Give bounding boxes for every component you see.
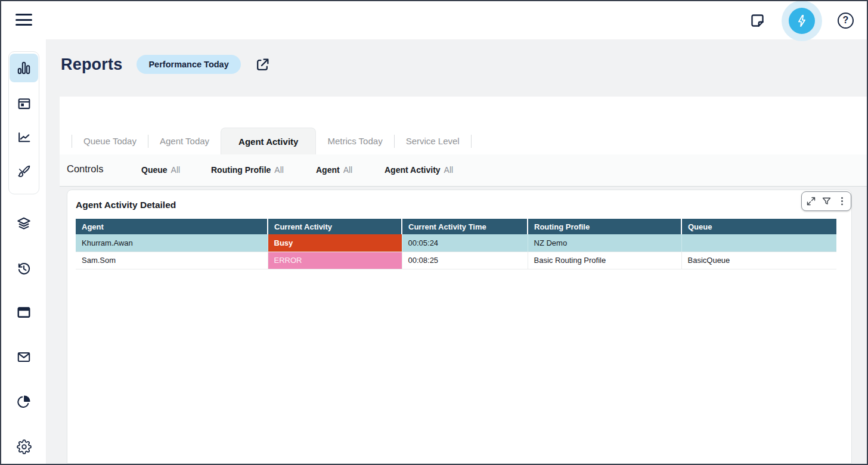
app-window: ? [0, 0, 868, 465]
filter-value: All [171, 165, 181, 175]
cell-agent: Khurram.Awan [76, 234, 268, 252]
filter-agent[interactable]: AgentAll [316, 165, 352, 175]
note-icon[interactable] [748, 11, 766, 29]
history-icon [16, 261, 32, 276]
tab-divider [471, 135, 472, 148]
cell-queue: BasicQueue [681, 252, 836, 269]
kebab-menu-icon[interactable] [835, 195, 848, 208]
filter-name: Agent Activity [385, 165, 441, 175]
sidebar-item-trends[interactable] [10, 123, 38, 151]
cell-queue [681, 234, 836, 252]
gear-icon [17, 439, 32, 454]
hamburger-menu-icon[interactable] [16, 14, 32, 27]
cell-current-activity: Busy [268, 234, 402, 252]
col-agent[interactable]: Agent [76, 219, 268, 234]
tab-agent-today[interactable]: Agent Today [148, 128, 221, 154]
page-title: Reports [61, 55, 122, 74]
bar-chart-icon [16, 60, 32, 76]
expand-icon[interactable] [804, 195, 817, 208]
table-row[interactable]: Sam.Som ERROR 00:08:25 Basic Routing Pro… [76, 252, 836, 269]
topbar-actions: ? [748, 1, 854, 39]
browser-window-icon [16, 305, 32, 320]
sidebar-item-design[interactable] [10, 157, 38, 185]
sidebar-item-reports[interactable] [10, 54, 38, 82]
controls-bar: Controls QueueAll Routing ProfileAll Age… [60, 154, 867, 187]
filter-funnel-icon[interactable] [820, 195, 833, 208]
table-row[interactable]: Khurram.Awan Busy 00:05:24 NZ Demo [76, 234, 836, 252]
sidebar-item-mail[interactable] [10, 343, 38, 371]
lightning-button[interactable] [789, 8, 815, 34]
col-current-activity-time[interactable]: Current Activity Time [402, 219, 528, 234]
tab-metrics-today[interactable]: Metrics Today [316, 128, 393, 154]
cell-agent: Sam.Som [76, 252, 268, 269]
cell-activity-time: 00:08:25 [402, 252, 528, 269]
filter-name: Queue [141, 165, 168, 175]
filter-name: Routing Profile [211, 165, 271, 175]
help-icon[interactable]: ? [838, 13, 854, 29]
sidebar-item-layers[interactable] [10, 209, 38, 238]
sidebar-item-history[interactable] [10, 254, 38, 283]
controls-label: Controls [67, 163, 103, 175]
sidebar-item-window[interactable] [10, 298, 38, 327]
paintbrush-icon [17, 164, 32, 179]
filter-name: Agent [316, 165, 340, 175]
sidebar [1, 39, 46, 464]
calendar-icon [17, 96, 32, 111]
tab-strip-container: Queue Today Agent Today Agent Activity M… [60, 97, 867, 154]
col-current-activity[interactable]: Current Activity [268, 219, 402, 234]
table-header-row: Agent Current Activity Current Activity … [76, 219, 836, 234]
sidebar-item-settings[interactable] [10, 432, 38, 461]
agent-activity-table: Agent Current Activity Current Activity … [76, 219, 836, 269]
col-routing-profile[interactable]: Routing Profile [528, 219, 681, 234]
tab-agent-activity[interactable]: Agent Activity [221, 128, 316, 154]
external-link-icon[interactable] [255, 57, 270, 72]
filter-agent-activity[interactable]: Agent ActivityAll [385, 165, 453, 175]
filter-value: All [274, 165, 284, 175]
cell-activity-time: 00:05:24 [402, 234, 528, 252]
filter-value: All [343, 165, 353, 175]
filter-routing-profile[interactable]: Routing ProfileAll [211, 165, 284, 175]
page-header: Reports Performance Today [61, 55, 270, 74]
cell-current-activity: ERROR [268, 252, 402, 269]
cell-routing-profile: Basic Routing Profile [528, 252, 681, 269]
main-content: Reports Performance Today Queue Today Ag… [46, 39, 867, 464]
line-chart-icon [17, 130, 32, 145]
top-bar: ? [1, 1, 867, 39]
cell-routing-profile: NZ Demo [528, 234, 681, 252]
sidebar-item-pie-reports[interactable] [10, 388, 38, 416]
tab-strip: Queue Today Agent Today Agent Activity M… [72, 128, 472, 154]
filter-queue[interactable]: QueueAll [141, 165, 180, 175]
help-glyph: ? [843, 15, 849, 26]
filter-value: All [444, 165, 454, 175]
agent-activity-widget: Agent Activity Detailed [67, 190, 852, 464]
lightning-button-halo [782, 1, 822, 41]
tab-queue-today[interactable]: Queue Today [72, 128, 148, 154]
widget-title: Agent Activity Detailed [76, 200, 176, 210]
layers-icon [16, 216, 32, 231]
pie-chart-icon [16, 394, 32, 410]
mail-icon [16, 349, 32, 365]
tab-service-level[interactable]: Service Level [395, 128, 471, 154]
sidebar-item-schedule[interactable] [10, 89, 38, 117]
performance-today-badge[interactable]: Performance Today [137, 55, 240, 74]
col-queue[interactable]: Queue [681, 219, 836, 234]
widget-toolbar [801, 191, 851, 211]
